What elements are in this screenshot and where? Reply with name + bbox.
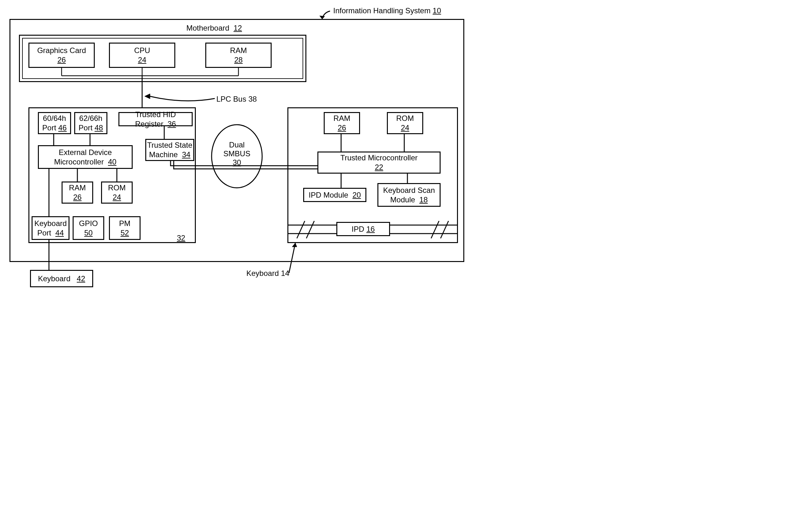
cpu-num: 24 — [138, 55, 146, 65]
kb-port-box: Keyboard Port 44 — [32, 216, 69, 240]
cpu-box: CPU 24 — [109, 43, 175, 68]
trusted-hid-num: 36 — [168, 120, 176, 128]
keyboard-ext-num: 42 — [77, 274, 85, 283]
rom-left-text: ROM — [108, 183, 126, 193]
port-6064-num: 46 — [58, 124, 67, 132]
port-6064-l1: 60/64h — [43, 114, 66, 123]
ram-main-text: RAM — [230, 46, 246, 55]
ipd-text: IPD — [351, 225, 364, 233]
kb-port-l1: Keyboard — [34, 219, 67, 228]
graphics-card-num: 26 — [58, 55, 66, 65]
keyboard-ext-text: Keyboard — [38, 274, 70, 283]
system-title-text: Information Handling System — [333, 6, 430, 15]
ext-micro-box: External Device Microcontroller 40 — [38, 145, 133, 169]
rom-right-box: ROM 24 — [387, 112, 423, 134]
lpc-bus-label: LPC Bus 38 — [216, 95, 257, 103]
kb-port-num: 44 — [55, 229, 64, 237]
dual-smbus-l2: SMBUS — [221, 149, 253, 158]
motherboard-label: Motherboard 12 — [186, 24, 242, 33]
trusted-micro-num: 22 — [375, 163, 383, 172]
lpc-bus-text: LPC Bus 38 — [216, 95, 257, 103]
rom-left-box: ROM 24 — [101, 181, 133, 203]
kb-scan-box: Keyboard Scan Module 18 — [378, 183, 441, 207]
cpu-text: CPU — [134, 46, 150, 55]
ram-left-text: RAM — [69, 183, 85, 193]
ipd-module-text: IPD Module — [308, 191, 348, 199]
ipd-module-box: IPD Module 20 — [303, 188, 366, 202]
pm-num: 52 — [121, 228, 129, 238]
pm-box: PM 52 — [109, 216, 141, 240]
motherboard-num: 12 — [234, 24, 242, 32]
ext-micro-num: 40 — [108, 158, 116, 166]
dual-smbus-num: 30 — [221, 158, 253, 167]
kb-scan-l1: Keyboard Scan — [383, 185, 435, 195]
port-6266-num: 48 — [94, 124, 103, 132]
block-32-num: 32 — [177, 234, 186, 242]
rom-right-num: 24 — [401, 123, 409, 133]
ipd-box: IPD 16 — [336, 222, 390, 236]
keyboard-14-text: Keyboard 14 — [246, 269, 289, 277]
ram-main-num: 28 — [234, 55, 243, 65]
port-6064-l2: Port — [42, 124, 56, 132]
svg-marker-0 — [320, 16, 325, 19]
dual-smbus-label: Dual SMBUS 30 — [221, 141, 253, 167]
trusted-micro-box: Trusted Microcontroller 22 — [317, 151, 441, 174]
ext-micro-l1: External Device — [59, 148, 112, 157]
block-32-num-text: 32 — [177, 234, 186, 242]
kb-port-l2: Port — [37, 229, 51, 237]
ipd-num: 16 — [366, 225, 375, 233]
pm-text: PM — [119, 219, 130, 228]
kb-scan-l2: Module — [391, 195, 415, 204]
trusted-state-num: 34 — [182, 150, 190, 159]
trusted-state-box: Trusted State Machine 34 — [145, 139, 194, 161]
ram-right-box: RAM 26 — [324, 112, 360, 134]
trusted-micro-text: Trusted Microcontroller — [340, 153, 418, 163]
diagram-canvas: Information Handling System 10 Motherboa… — [6, 6, 471, 290]
graphics-card-box: Graphics Card 26 — [28, 43, 95, 68]
graphics-card-text: Graphics Card — [37, 46, 86, 55]
gpio-text: GPIO — [79, 219, 98, 228]
dual-smbus-l1: Dual — [221, 141, 253, 149]
ram-left-box: RAM 26 — [62, 181, 93, 203]
keyboard-ext-box: Keyboard 42 — [30, 270, 93, 287]
ram-right-text: RAM — [334, 114, 350, 123]
trusted-state-l1: Trusted State — [147, 141, 192, 150]
gpio-box: GPIO 50 — [73, 216, 104, 240]
ext-micro-l2: Microcontroller — [54, 158, 104, 166]
rom-right-text: ROM — [396, 114, 414, 123]
trusted-state-l2: Machine — [149, 150, 178, 159]
rom-left-num: 24 — [113, 193, 121, 202]
ram-main-box: RAM 28 — [205, 43, 272, 68]
trusted-hid-box: Trusted HID Register 36 — [118, 112, 193, 126]
system-title-num: 10 — [433, 6, 441, 15]
kb-scan-num: 18 — [419, 195, 428, 204]
port-6064-box: 60/64h Port 46 — [38, 112, 71, 134]
port-6266-l2: Port — [79, 124, 93, 132]
motherboard-text: Motherboard — [186, 24, 229, 32]
keyboard-14-label: Keyboard 14 — [246, 269, 289, 278]
ram-left-num: 26 — [73, 193, 82, 202]
port-6266-l1: 62/66h — [79, 114, 102, 123]
ipd-module-num: 20 — [352, 191, 361, 199]
port-6266-box: 62/66h Port 48 — [74, 112, 107, 134]
ram-right-num: 26 — [338, 123, 346, 133]
system-title: Information Handling System 10 — [333, 6, 441, 15]
gpio-num: 50 — [84, 228, 93, 238]
